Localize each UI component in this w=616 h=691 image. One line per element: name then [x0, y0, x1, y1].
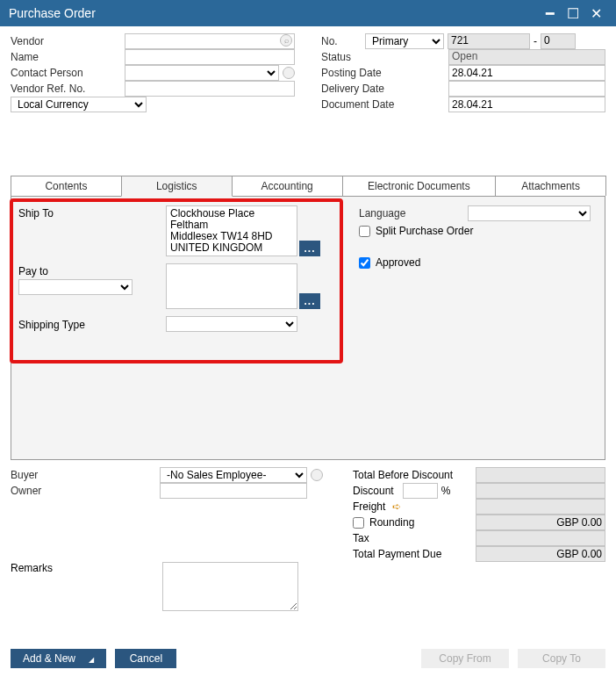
rounding-label: Rounding — [369, 516, 414, 529]
docnum-suffix: 0 — [541, 33, 576, 49]
language-select[interactable] — [468, 205, 591, 221]
owner-label: Owner — [11, 485, 160, 497]
name-label: Name — [11, 51, 125, 63]
add-and-new-label: Add & New — [23, 652, 75, 665]
discount-value — [476, 483, 605, 499]
vendor-input[interactable] — [125, 33, 295, 49]
pct-symbol: % — [441, 485, 451, 497]
series-select[interactable]: Primary — [365, 33, 444, 49]
window-title: Purchase Order — [9, 6, 539, 20]
approved-label: Approved — [376, 256, 420, 269]
maximize-button[interactable]: ☐ — [562, 2, 584, 25]
contact-select[interactable] — [125, 65, 279, 81]
add-and-new-button[interactable]: Add & New ◢ — [11, 649, 106, 668]
payto-label: Pay to — [18, 265, 166, 277]
remarks-textarea[interactable] — [162, 562, 298, 611]
contact-label: Contact Person — [11, 67, 125, 79]
name-input[interactable] — [125, 49, 295, 65]
copy-to-button[interactable]: Copy To — [518, 649, 605, 668]
shippingtype-label: Shipping Type — [18, 317, 166, 331]
dropdown-caret-icon: ◢ — [89, 656, 94, 664]
rounding-value: GBP 0.00 — [476, 515, 605, 530]
shipto-label: Ship To — [18, 205, 166, 220]
tab-accounting[interactable]: Accounting — [232, 176, 343, 196]
postingdate-label: Posting Date — [321, 67, 448, 79]
totalpayment-value: GBP 0.00 — [476, 546, 605, 562]
contact-details-icon[interactable] — [283, 67, 295, 79]
owner-input[interactable] — [160, 483, 307, 499]
tab-logistics[interactable]: Logistics — [121, 176, 233, 197]
remarks-label: Remarks — [11, 562, 160, 574]
tab-contents[interactable]: Contents — [11, 176, 122, 196]
rounding-checkbox[interactable] — [353, 517, 364, 529]
tab-attachments[interactable]: Attachments — [495, 176, 606, 196]
currency-select[interactable]: Local Currency — [11, 97, 147, 112]
tax-value — [476, 530, 605, 546]
deliverydate-input[interactable] — [448, 81, 605, 97]
language-label: Language — [359, 207, 468, 220]
close-button[interactable]: ✕ — [584, 2, 607, 25]
document-header: Vendor ⌕ Name Contact Person Vendor Ref.… — [0, 26, 616, 116]
docnum-display: 721 — [448, 33, 530, 49]
payto-address[interactable] — [166, 263, 297, 309]
cancel-button[interactable]: Cancel — [115, 649, 176, 668]
docnum-separator: - — [534, 35, 537, 47]
tax-label: Tax — [353, 532, 476, 544]
split-po-label: Split Purchase Order — [376, 225, 473, 237]
minimize-button[interactable]: ━ — [539, 2, 562, 25]
shipto-address[interactable]: Clockhouse Place Feltham Middlesex TW14 … — [166, 205, 297, 256]
status-value: Open — [448, 49, 605, 65]
vendor-label: Vendor — [11, 35, 125, 47]
split-po-checkbox[interactable] — [359, 226, 370, 237]
discount-pct-input[interactable] — [403, 483, 438, 499]
vendor-lookup-icon[interactable]: ⌕ — [280, 34, 292, 47]
freight-link-icon[interactable]: ➪ — [392, 500, 401, 513]
tab-edocs[interactable]: Electronic Documents — [342, 176, 497, 196]
buyer-details-icon[interactable] — [311, 469, 323, 481]
freight-label: Freight — [353, 500, 385, 513]
payto-browse-button[interactable]: ... — [299, 293, 320, 309]
buyer-label: Buyer — [11, 469, 160, 481]
documentdate-label: Document Date — [321, 98, 448, 111]
document-footer-fields: Buyer -No Sales Employee- Owner Remarks … — [11, 467, 605, 614]
buyer-select[interactable]: -No Sales Employee- — [160, 467, 307, 483]
action-bar: Add & New ◢ Cancel Copy From Copy To — [11, 649, 605, 668]
tab-container: Contents Logistics Accounting Electronic… — [11, 176, 605, 460]
no-label: No. — [321, 35, 365, 47]
tbd-label: Total Before Discount — [353, 469, 476, 481]
approved-checkbox[interactable] — [359, 257, 370, 269]
title-bar: Purchase Order ━ ☐ ✕ — [0, 0, 616, 26]
deliverydate-label: Delivery Date — [321, 83, 448, 95]
freight-value — [476, 499, 605, 515]
tab-body-logistics: Ship To Clockhouse Place Feltham Middles… — [11, 197, 605, 460]
documentdate-input[interactable] — [448, 97, 605, 112]
payto-select[interactable] — [18, 279, 133, 295]
totalpayment-label: Total Payment Due — [353, 548, 476, 560]
shippingtype-select[interactable] — [166, 316, 297, 332]
vendorref-label: Vendor Ref. No. — [11, 83, 125, 95]
discount-label: Discount — [353, 485, 394, 497]
copy-from-button[interactable]: Copy From — [421, 649, 509, 668]
vendorref-input[interactable] — [125, 81, 295, 97]
shipto-line4: UNITED KINGDOM — [170, 242, 293, 254]
postingdate-input[interactable] — [448, 65, 605, 81]
status-label: Status — [321, 51, 448, 63]
shipto-browse-button[interactable]: ... — [299, 241, 320, 256]
tbd-value — [476, 467, 605, 483]
